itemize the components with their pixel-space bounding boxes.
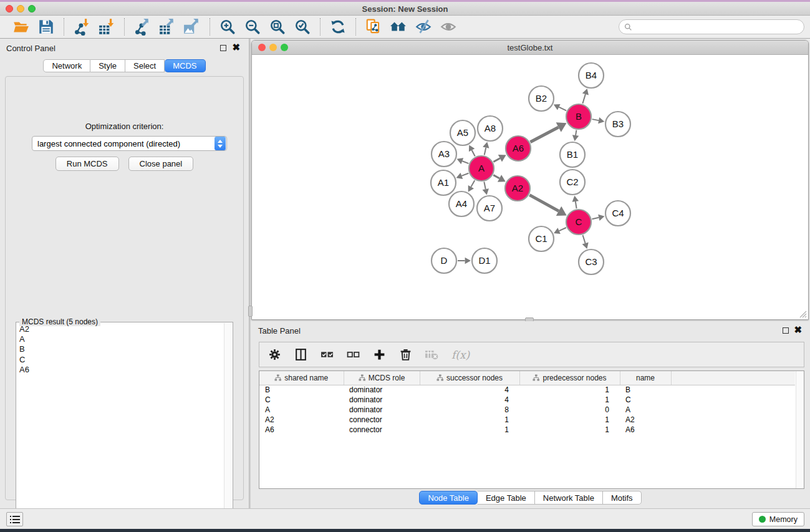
graph-edge-C-C2[interactable] xyxy=(572,196,579,209)
resize-grip-icon[interactable] xyxy=(798,309,807,318)
graph-node-A4[interactable]: A4 xyxy=(449,191,474,216)
close-panel-icon[interactable]: ✖ xyxy=(232,42,240,53)
column-header-shared-name[interactable]: shared name xyxy=(259,371,344,385)
graph-node-A5[interactable]: A5 xyxy=(450,120,475,145)
first-neighbors-button[interactable] xyxy=(386,17,411,37)
export-image-button[interactable] xyxy=(180,17,205,37)
column-layout-button[interactable] xyxy=(294,347,307,362)
graph-node-B4[interactable]: B4 xyxy=(579,63,604,88)
graph-edge-A-A4[interactable] xyxy=(468,180,475,192)
graph-edge-A-A3[interactable] xyxy=(457,158,469,164)
graph-edge-A-A7[interactable] xyxy=(483,182,489,195)
graph-node-A3[interactable]: A3 xyxy=(432,142,456,167)
graph-edge-B-B1[interactable] xyxy=(572,130,579,142)
table-row[interactable]: Cdominator41C xyxy=(259,395,795,405)
network-canvas[interactable]: B4B2BB3A8A5A6A3B1AA1C2A2A4A7C4CC1C3DD1 xyxy=(252,55,808,319)
tab-motifs[interactable]: Motifs xyxy=(603,491,642,505)
float-panel-icon[interactable] xyxy=(220,45,226,51)
open-session-button[interactable] xyxy=(9,17,34,37)
tab-mcds[interactable]: MCDS xyxy=(165,59,205,72)
settings-gear-button[interactable] xyxy=(268,347,281,362)
criterion-dropdown[interactable]: largest connected component (directed) xyxy=(32,136,227,151)
graph-edge-C-C4[interactable] xyxy=(592,215,604,221)
graph-edge-A-A5[interactable] xyxy=(469,145,475,156)
close-panel-icon[interactable]: ✖ xyxy=(794,324,802,336)
graph-node-A6[interactable]: A6 xyxy=(506,136,531,161)
tab-edge-table[interactable]: Edge Table xyxy=(478,491,535,505)
graph-edge-A2-C[interactable] xyxy=(529,195,566,216)
zoom-fit-button[interactable] xyxy=(265,17,290,37)
graph-edge-B-B3[interactable] xyxy=(592,117,605,123)
unselect-all-columns-button[interactable] xyxy=(347,347,360,362)
graph-node-A[interactable]: A xyxy=(469,156,494,181)
column-header-name[interactable]: name xyxy=(620,371,671,385)
tab-network-table[interactable]: Network Table xyxy=(535,491,603,505)
column-header-MCDS-role[interactable]: MCDS role xyxy=(344,371,420,385)
new-network-from-selection-button[interactable] xyxy=(361,17,386,37)
import-network-button[interactable] xyxy=(69,17,94,37)
mcds-result-item[interactable]: B xyxy=(17,344,223,354)
graph-edge-A6-B[interactable] xyxy=(530,122,566,142)
search-field[interactable] xyxy=(619,19,804,34)
column-header-successor-nodes[interactable]: successor nodes xyxy=(420,371,519,385)
graph-node-A2[interactable]: A2 xyxy=(505,176,530,201)
graph-edge-A-A8[interactable] xyxy=(483,142,489,155)
export-network-button[interactable] xyxy=(130,17,155,37)
graph-node-D[interactable]: D xyxy=(432,248,456,273)
graph-edge-B-B2[interactable] xyxy=(554,104,566,111)
zoom-out-button[interactable] xyxy=(240,17,265,37)
graph-node-C[interactable]: C xyxy=(566,210,591,235)
graph-node-B1[interactable]: B1 xyxy=(560,142,585,167)
tab-node-table[interactable]: Node Table xyxy=(419,491,478,505)
mcds-result-item[interactable]: A xyxy=(17,334,223,344)
graph-edge-C-C1[interactable] xyxy=(554,228,566,234)
refresh-layout-button[interactable] xyxy=(325,17,350,37)
graph-node-A1[interactable]: A1 xyxy=(431,170,456,195)
task-history-button[interactable] xyxy=(6,512,23,526)
hide-selected-button[interactable] xyxy=(411,17,436,37)
graph-edge-C-C3[interactable] xyxy=(582,235,589,249)
graph-node-A7[interactable]: A7 xyxy=(477,196,502,221)
float-panel-icon[interactable] xyxy=(783,327,789,334)
delete-column-button[interactable] xyxy=(399,347,412,362)
select-all-columns-button[interactable] xyxy=(321,347,334,362)
add-column-button[interactable] xyxy=(373,347,386,362)
mcds-result-item[interactable]: C xyxy=(17,355,223,365)
graph-node-C4[interactable]: C4 xyxy=(605,201,630,226)
zoom-in-button[interactable] xyxy=(215,17,240,37)
table-row[interactable]: A2connector11A2 xyxy=(259,415,795,425)
search-input[interactable] xyxy=(632,21,804,33)
zoom-selected-button[interactable] xyxy=(290,17,315,37)
graph-edge-A-A2[interactable] xyxy=(493,175,505,181)
graph-node-C2[interactable]: C2 xyxy=(560,170,585,195)
graph-edge-B-B4[interactable] xyxy=(582,89,589,104)
mcds-result-item[interactable]: A6 xyxy=(17,365,223,375)
close-panel-button[interactable]: Close panel xyxy=(128,157,194,171)
scrollbar[interactable] xyxy=(224,323,232,532)
column-header-predecessor-nodes[interactable]: predecessor nodes xyxy=(519,371,620,385)
run-mcds-button[interactable]: Run MCDS xyxy=(55,157,119,171)
graph-node-B3[interactable]: B3 xyxy=(605,112,630,137)
tab-select[interactable]: Select xyxy=(125,59,165,72)
graph-edge-A-A1[interactable] xyxy=(456,173,469,179)
graph-node-B2[interactable]: B2 xyxy=(529,86,554,111)
graph-node-C3[interactable]: C3 xyxy=(579,249,604,274)
graph-edge-D-D1[interactable] xyxy=(458,258,471,264)
export-table-button[interactable] xyxy=(155,17,180,37)
tab-network[interactable]: Network xyxy=(43,59,90,72)
table-row[interactable]: Adominator80A xyxy=(259,405,795,415)
table-row[interactable]: Bdominator41B xyxy=(259,385,795,395)
tab-style[interactable]: Style xyxy=(90,59,125,72)
save-session-button[interactable] xyxy=(34,17,59,37)
graph-edge-A-A6[interactable] xyxy=(493,155,506,162)
graph-node-C1[interactable]: C1 xyxy=(529,226,554,251)
table-row[interactable]: A6connector11A6 xyxy=(259,425,795,435)
scrollbar[interactable] xyxy=(796,371,804,488)
mcds-result-item[interactable]: A2 xyxy=(17,324,223,334)
memory-button[interactable]: Memory xyxy=(752,512,804,526)
graph-node-D1[interactable]: D1 xyxy=(472,248,497,273)
import-table-button[interactable] xyxy=(94,17,119,37)
graph-node-B[interactable]: B xyxy=(566,104,591,129)
show-all-button[interactable] xyxy=(436,17,461,37)
graph-node-A8[interactable]: A8 xyxy=(478,116,503,141)
